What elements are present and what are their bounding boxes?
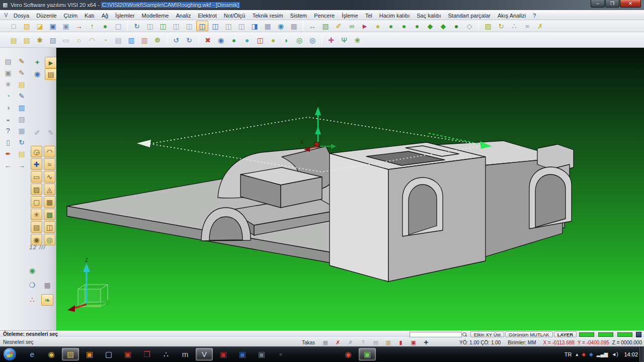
ball-arrow-icon[interactable]: ◒ bbox=[2, 114, 14, 125]
frame-tool-icon[interactable]: ▣ bbox=[2, 67, 14, 79]
render-cube-2-icon[interactable]: ◆ bbox=[437, 21, 449, 31]
snap-center-icon[interactable]: ◶ bbox=[31, 146, 42, 157]
maximize-button[interactable]: ❐ bbox=[605, 0, 619, 8]
plant-tool-icon[interactable]: Ψ bbox=[338, 35, 350, 45]
undo-icon[interactable]: ↺ bbox=[170, 35, 182, 45]
view-cylinder-3-icon[interactable]: ◫ bbox=[183, 21, 195, 31]
tool-globe-icon[interactable]: ◉ bbox=[215, 35, 227, 45]
snap-mesh-icon[interactable]: ✳ bbox=[31, 209, 42, 220]
doc-blue-side-icon[interactable]: ▥ bbox=[16, 102, 28, 114]
arc-tool-icon[interactable]: ◠ bbox=[86, 35, 98, 45]
viewport-3d[interactable]: Z X Z bbox=[56, 48, 644, 330]
printer-mini-icon[interactable] bbox=[636, 332, 641, 337]
fish-icon[interactable]: ◉ bbox=[31, 68, 43, 80]
selection-mode-icon[interactable]: ► bbox=[45, 57, 57, 68]
snap-curve-icon[interactable]: ≈ bbox=[44, 158, 55, 170]
insect-tool-icon[interactable]: ✚ bbox=[325, 35, 337, 45]
line-color-swatch[interactable] bbox=[598, 332, 613, 337]
pick-cursor-icon[interactable]: ► bbox=[359, 21, 371, 31]
save-icon[interactable]: ▣ bbox=[47, 21, 59, 31]
cursor-plus-icon[interactable]: ✚ bbox=[420, 338, 432, 347]
plane-arrow-left[interactable] bbox=[137, 140, 151, 147]
spider-tool-icon[interactable]: ✳ bbox=[2, 79, 14, 90]
menu-tel[interactable]: Tel bbox=[362, 12, 376, 20]
flower-tool-icon[interactable]: ❀ bbox=[351, 35, 363, 45]
export-icon[interactable]: → bbox=[73, 21, 85, 31]
sphere-pencil-icon[interactable]: ◔ bbox=[2, 90, 14, 102]
doc-orange-icon[interactable]: ▥ bbox=[138, 35, 150, 45]
pencil-edit-icon[interactable]: ✎ bbox=[16, 90, 28, 102]
taskbar-ie-icon[interactable]: e bbox=[24, 348, 41, 360]
layer-button[interactable]: LAYER bbox=[554, 331, 577, 337]
delete-red-icon[interactable]: ✗ bbox=[332, 338, 344, 347]
arrow-prev-icon[interactable]: ← bbox=[2, 160, 14, 171]
link-chain-icon[interactable]: ∞ bbox=[346, 21, 358, 31]
box-select-icon[interactable]: ▧ bbox=[319, 21, 332, 31]
world-sphere-icon[interactable]: ◉ bbox=[26, 265, 38, 277]
save-as-icon[interactable]: ▣ bbox=[60, 21, 72, 31]
doc-star-icon[interactable]: ▤ bbox=[112, 35, 124, 45]
render-sphere-1-icon[interactable]: ● bbox=[398, 21, 410, 31]
box-gray-icon[interactable]: ▧ bbox=[16, 114, 28, 125]
trash-icon[interactable]: ▯ bbox=[2, 137, 14, 148]
print-view-icon[interactable]: ▤ bbox=[2, 56, 14, 67]
wave-analysis-icon[interactable]: ≈ bbox=[521, 21, 533, 31]
calendar-icon[interactable]: ▦ bbox=[319, 338, 332, 347]
menu-a[interactable]: Ağ bbox=[98, 12, 112, 20]
taskbar-chrome2-icon[interactable]: ◉ bbox=[340, 348, 357, 360]
view-section-icon[interactable]: ◨ bbox=[249, 21, 261, 31]
doc-gray-icon[interactable]: ▤ bbox=[369, 338, 382, 347]
taskbar-app-lightblue-icon[interactable]: ▢ bbox=[100, 348, 117, 360]
tool-red-icon[interactable]: ✖ bbox=[202, 35, 214, 45]
tray-hidden-icon[interactable]: ▴ bbox=[576, 351, 578, 357]
measure-key-icon[interactable]: ✐ bbox=[333, 21, 345, 31]
taskbar-adobe-icon[interactable]: ▣ bbox=[215, 348, 232, 360]
help-gray-icon[interactable]: ? bbox=[357, 338, 369, 347]
menu-standart-par-alar[interactable]: Standart parçalar bbox=[445, 12, 494, 20]
language-indicator[interactable]: TR bbox=[565, 351, 572, 357]
balls-blue-icon[interactable]: ❍ bbox=[26, 280, 38, 291]
snap-grid-icon[interactable]: ▩ bbox=[288, 21, 300, 31]
rgb-balls-icon[interactable]: ∴ bbox=[26, 294, 38, 306]
menu-sa-kal-b[interactable]: Saç kalıbı bbox=[413, 12, 444, 20]
stop-red-icon[interactable]: ▣ bbox=[407, 338, 420, 347]
close-button[interactable]: ✕ bbox=[620, 0, 641, 8]
view-hidden-line-icon[interactable]: ◫ bbox=[235, 21, 248, 31]
notebook-icon[interactable]: ▥ bbox=[382, 338, 394, 347]
start-button[interactable] bbox=[3, 347, 17, 361]
taskbar-app-dark-icon[interactable]: ▣ bbox=[253, 348, 270, 360]
taskbar-visi-icon[interactable]: V bbox=[196, 348, 213, 360]
measure-gray-icon[interactable]: ✐ bbox=[31, 127, 43, 139]
leaf-tool-icon[interactable]: ❧ bbox=[41, 294, 53, 306]
show-desktop-button[interactable] bbox=[639, 346, 644, 362]
snap-rect-icon[interactable]: ▭ bbox=[31, 171, 42, 183]
menu-hacim-kal-b[interactable]: Hacim kalıbı bbox=[376, 12, 414, 20]
command-search-input[interactable] bbox=[410, 332, 462, 337]
globe-view-icon[interactable]: ◉ bbox=[275, 21, 287, 31]
menu-elektrot[interactable]: Elektrot bbox=[194, 12, 220, 20]
tray-security-icon[interactable]: ◆ bbox=[582, 351, 586, 357]
refresh-blue-icon[interactable]: ↻ bbox=[16, 137, 28, 148]
taskbar-clock[interactable]: 14:02 bbox=[624, 351, 638, 357]
menu-i-lemler[interactable]: İşlemler bbox=[112, 12, 138, 20]
tray-network-icon[interactable]: ▂▄▆ bbox=[597, 351, 608, 357]
snap-arc-icon[interactable]: ◠ bbox=[44, 146, 55, 157]
table-tool-icon[interactable]: ▦ bbox=[16, 125, 28, 137]
render-wire-box-icon[interactable]: ◇ bbox=[463, 21, 475, 31]
help-tool-icon[interactable]: ? bbox=[2, 125, 14, 137]
cylinder-red-icon[interactable]: ◫ bbox=[254, 35, 266, 45]
taskbar-pdf-icon[interactable]: ❐ bbox=[138, 348, 155, 360]
doc-edit-mode-icon[interactable]: ▤ bbox=[45, 68, 57, 80]
search-icon[interactable] bbox=[462, 332, 467, 337]
menu-analiz[interactable]: Analiz bbox=[172, 12, 194, 20]
snap-cylinder-icon[interactable]: ◫ bbox=[44, 221, 55, 233]
shade-yellow-icon[interactable]: ● bbox=[372, 21, 384, 31]
menu-dosya[interactable]: Dosya bbox=[10, 12, 33, 20]
snap-freehand-icon[interactable]: ∿ bbox=[44, 171, 55, 183]
taskbar-app-faint-icon[interactable]: ▫ bbox=[272, 348, 289, 360]
grid-icon[interactable]: ▦ bbox=[262, 21, 274, 31]
menu-modelleme[interactable]: Modelleme bbox=[138, 12, 173, 20]
menu-izim[interactable]: Çizim bbox=[60, 12, 82, 20]
render-sphere-2-icon[interactable]: ● bbox=[411, 21, 423, 31]
solid-cube-icon[interactable]: ▧ bbox=[47, 35, 59, 45]
